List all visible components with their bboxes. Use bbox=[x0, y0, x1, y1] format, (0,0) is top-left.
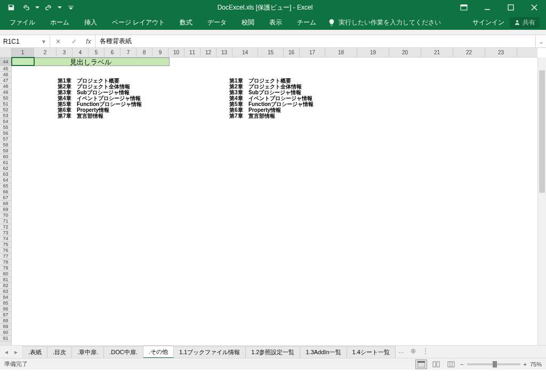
column-header[interactable]: 22 bbox=[453, 48, 485, 57]
sheet-tab[interactable]: .章中扉. bbox=[71, 346, 104, 358]
share-button[interactable]: 共有 bbox=[510, 17, 540, 28]
row-header[interactable]: 72 bbox=[0, 224, 11, 230]
sheet-tab[interactable]: 1.4シート一覧 bbox=[347, 346, 396, 358]
row-header[interactable]: 78 bbox=[0, 259, 11, 265]
row-header[interactable]: 63 bbox=[0, 172, 11, 177]
tab-scroll-right-icon[interactable]: ▸ bbox=[12, 348, 20, 356]
row-header[interactable]: 90 bbox=[0, 330, 11, 336]
worksheet-grid[interactable]: 見出しラベル 第1章プロジェクト概要第2章プロジェクト全体情報第3章Subプロシ… bbox=[12, 58, 537, 345]
row-header[interactable]: 71 bbox=[0, 218, 11, 224]
tab-file[interactable]: ファイル bbox=[2, 15, 43, 30]
sheet-tab[interactable]: .表紙 bbox=[23, 346, 47, 358]
undo-icon[interactable] bbox=[19, 1, 33, 14]
zoom-out-icon[interactable]: − bbox=[460, 361, 463, 368]
row-header[interactable]: 59 bbox=[0, 148, 11, 154]
column-header[interactable]: 23 bbox=[485, 48, 517, 57]
formula-expand-icon[interactable]: ⌄ bbox=[535, 35, 546, 47]
minimize-icon[interactable] bbox=[476, 0, 499, 15]
name-box-input[interactable] bbox=[3, 38, 41, 45]
column-header[interactable]: 5 bbox=[89, 48, 105, 57]
row-header[interactable]: 73 bbox=[0, 230, 11, 236]
row-header[interactable]: 77 bbox=[0, 254, 11, 259]
column-header[interactable]: 13 bbox=[216, 48, 232, 57]
column-header[interactable]: 11 bbox=[184, 48, 200, 57]
row-header[interactable]: 91 bbox=[0, 336, 11, 341]
row-header[interactable]: 89 bbox=[0, 324, 11, 330]
undo-dropdown-icon[interactable] bbox=[34, 1, 41, 14]
sheet-tab[interactable]: .その他 bbox=[143, 346, 174, 358]
column-header[interactable]: 15 bbox=[258, 48, 284, 57]
row-header[interactable]: 62 bbox=[0, 166, 11, 172]
column-header[interactable]: 6 bbox=[105, 48, 121, 57]
name-box-dropdown-icon[interactable]: ▾ bbox=[41, 38, 46, 45]
row-header[interactable]: 57 bbox=[0, 136, 11, 142]
zoom-slider-thumb[interactable] bbox=[493, 361, 497, 368]
sheet-tab[interactable]: 1.2参照設定一覧 bbox=[245, 346, 300, 358]
vertical-scrollbar-thumb[interactable] bbox=[539, 70, 545, 193]
tab-scroll-left-icon[interactable]: ◂ bbox=[2, 348, 11, 356]
row-header[interactable]: 60 bbox=[0, 154, 11, 160]
column-header[interactable]: 8 bbox=[136, 48, 152, 57]
row-header[interactable]: 82 bbox=[0, 283, 11, 289]
normal-view-icon[interactable] bbox=[415, 360, 427, 369]
row-header[interactable]: 44 bbox=[0, 58, 11, 66]
column-header[interactable]: 2 bbox=[34, 48, 57, 57]
row-header[interactable]: 46 bbox=[0, 72, 11, 78]
row-header[interactable]: 56 bbox=[0, 130, 11, 136]
select-all-corner[interactable] bbox=[0, 48, 12, 58]
column-header[interactable]: 7 bbox=[121, 48, 136, 57]
row-header[interactable]: 45 bbox=[0, 66, 11, 72]
close-icon[interactable] bbox=[523, 0, 546, 15]
column-headers[interactable]: 1234567891011121314151617181920212223 bbox=[12, 48, 537, 58]
column-header[interactable]: 9 bbox=[152, 48, 168, 57]
column-header[interactable]: 14 bbox=[232, 48, 258, 57]
row-header[interactable]: 70 bbox=[0, 213, 11, 218]
row-header[interactable]: 52 bbox=[0, 107, 11, 113]
row-header[interactable]: 86 bbox=[0, 306, 11, 312]
horizontal-scrollbar[interactable] bbox=[432, 346, 546, 358]
column-header[interactable]: 16 bbox=[284, 48, 300, 57]
row-header[interactable]: 53 bbox=[0, 113, 11, 119]
column-header[interactable]: 19 bbox=[357, 48, 389, 57]
name-box[interactable]: ▾ bbox=[0, 35, 50, 47]
row-header[interactable]: 79 bbox=[0, 265, 11, 271]
cancel-formula-icon[interactable]: ✕ bbox=[50, 38, 66, 45]
sheet-tab[interactable]: 1.3AddIn一覧 bbox=[300, 346, 347, 358]
row-header[interactable]: 83 bbox=[0, 289, 11, 295]
column-header[interactable]: 21 bbox=[421, 48, 453, 57]
column-header[interactable]: 1 bbox=[12, 48, 34, 57]
maximize-icon[interactable] bbox=[499, 0, 523, 15]
row-header[interactable]: 87 bbox=[0, 312, 11, 318]
vertical-scrollbar[interactable] bbox=[537, 58, 546, 345]
redo-icon[interactable] bbox=[42, 1, 55, 14]
enter-formula-icon[interactable]: ✓ bbox=[66, 38, 82, 45]
row-header[interactable]: 51 bbox=[0, 101, 11, 107]
column-header[interactable]: 20 bbox=[389, 48, 421, 57]
tab-formulas[interactable]: 数式 bbox=[172, 15, 200, 30]
row-header[interactable]: 55 bbox=[0, 125, 11, 130]
row-header[interactable]: 65 bbox=[0, 183, 11, 189]
sheet-tab[interactable]: .DOC中扉. bbox=[103, 346, 143, 358]
page-layout-view-icon[interactable] bbox=[430, 360, 442, 369]
zoom-in-icon[interactable]: + bbox=[524, 361, 527, 368]
tab-review[interactable]: 校閲 bbox=[234, 15, 262, 30]
tab-page-layout[interactable]: ページ レイアウト bbox=[105, 15, 172, 30]
row-header[interactable]: 48 bbox=[0, 84, 11, 89]
tell-me-search[interactable]: 実行したい作業を入力してください bbox=[328, 18, 441, 27]
sheet-tab[interactable]: 1.1ブックファイル情報 bbox=[173, 346, 246, 358]
row-header[interactable]: 64 bbox=[0, 177, 11, 183]
row-header[interactable]: 88 bbox=[0, 318, 11, 324]
row-header[interactable]: 61 bbox=[0, 160, 11, 166]
ribbon-display-icon[interactable] bbox=[452, 0, 476, 15]
tab-insert[interactable]: 挿入 bbox=[77, 15, 105, 30]
qat-customize-icon[interactable] bbox=[64, 1, 78, 14]
row-header[interactable]: 75 bbox=[0, 242, 11, 248]
zoom-level[interactable]: 75% bbox=[530, 361, 542, 368]
sheet-tab[interactable]: .目次 bbox=[47, 346, 72, 358]
zoom-slider[interactable] bbox=[467, 363, 520, 365]
column-header[interactable]: 4 bbox=[73, 48, 89, 57]
row-header[interactable]: 85 bbox=[0, 300, 11, 306]
column-header[interactable]: 18 bbox=[325, 48, 357, 57]
formula-input[interactable]: 各種背表紙 bbox=[100, 37, 531, 46]
row-headers[interactable]: 4445464748495051525354555657585960616263… bbox=[0, 58, 12, 345]
